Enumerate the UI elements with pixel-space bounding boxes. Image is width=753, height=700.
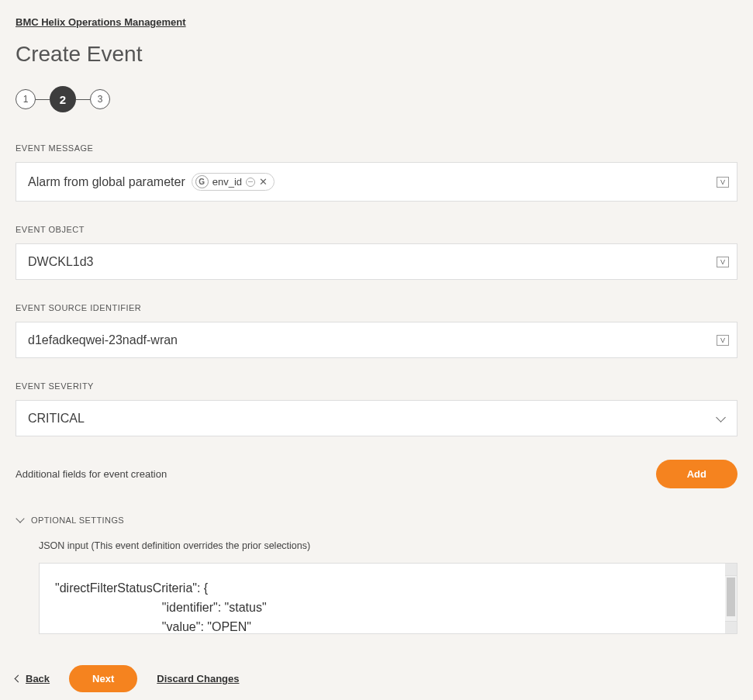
back-button[interactable]: Back [16,673,50,684]
json-content: "directFilterStatusCriteria": { "identif… [55,579,721,634]
step-2[interactable]: 2 [50,86,76,112]
chip-close-icon[interactable]: ✕ [259,177,268,187]
discard-changes-link[interactable]: Discard Changes [157,673,239,684]
event-source-input[interactable]: d1efadkeqwei-23nadf-wran V [16,322,737,358]
page-title: Create Event [16,42,737,67]
back-label: Back [26,673,50,684]
additional-fields-row: Additional fields for event creation Add [16,460,737,488]
breadcrumb[interactable]: BMC Helix Operations Management [16,16,186,28]
stepper-line [36,99,50,100]
event-message-group: EVENT MESSAGE Alarm from global paramete… [16,143,737,202]
event-object-label: EVENT OBJECT [16,225,737,234]
optional-settings-toggle[interactable]: OPTIONAL SETTINGS [16,516,737,525]
variable-picker-icon[interactable]: V [717,335,729,346]
event-object-value: DWCKL1d3 [28,255,93,269]
event-severity-value: CRITICAL [28,412,85,426]
optional-settings-label: OPTIONAL SETTINGS [31,516,124,525]
event-severity-label: EVENT SEVERITY [16,381,737,391]
variable-picker-icon[interactable]: V [717,177,729,188]
event-source-label: EVENT SOURCE IDENTIFIER [16,303,737,312]
step-3[interactable]: 3 [90,89,110,109]
event-source-group: EVENT SOURCE IDENTIFIER d1efadkeqwei-23n… [16,303,737,358]
chevron-down-icon [16,516,25,525]
step-1[interactable]: 1 [16,89,36,109]
stepper-line [76,99,90,100]
optional-settings-body: JSON input (This event definition overri… [16,540,737,634]
chip-badge-icon: G [195,175,209,188]
event-severity-group: EVENT SEVERITY CRITICAL [16,381,737,436]
json-input-label: JSON input (This event definition overri… [39,540,737,551]
scrollbar-thumb[interactable] [727,578,735,616]
add-button[interactable]: Add [656,460,737,488]
next-button[interactable]: Next [69,665,137,692]
scrollbar[interactable] [725,564,737,633]
event-message-label: EVENT MESSAGE [16,143,737,153]
json-textarea[interactable]: "directFilterStatusCriteria": { "identif… [39,563,737,634]
parameter-chip[interactable]: G env_id ✕ [192,173,275,191]
chevron-down-icon [716,414,725,423]
additional-fields-label: Additional fields for event creation [16,468,167,480]
event-message-input[interactable]: Alarm from global parameter G env_id ✕ V [16,162,737,202]
variable-picker-icon[interactable]: V [717,257,729,267]
chip-minus-icon[interactable] [246,178,255,187]
chevron-left-icon [15,675,22,683]
event-message-text: Alarm from global parameter [28,175,185,189]
footer: Back Next Discard Changes [16,665,737,692]
chip-text: env_id [212,176,242,188]
stepper: 1 2 3 [16,86,737,112]
event-severity-select[interactable]: CRITICAL [16,400,737,436]
event-object-group: EVENT OBJECT DWCKL1d3 V [16,225,737,280]
event-source-value: d1efadkeqwei-23nadf-wran [28,333,178,347]
event-object-input[interactable]: DWCKL1d3 V [16,243,737,280]
